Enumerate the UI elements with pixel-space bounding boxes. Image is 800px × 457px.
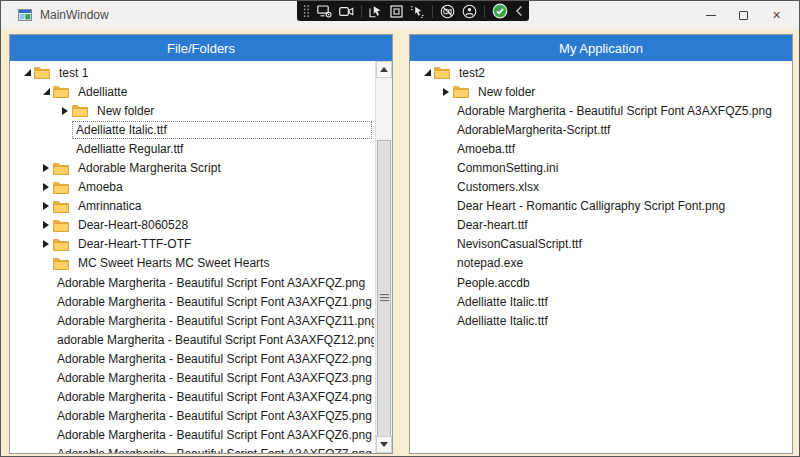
tree-item-label: Adorable Margherita Script [74, 159, 225, 177]
tree-item-file[interactable]: CommonSetting.ini [410, 158, 792, 177]
folder-icon [53, 85, 69, 98]
tree-item-label: Adorable Margherita - Beautiful Script F… [453, 102, 776, 120]
vertical-scrollbar[interactable] [375, 61, 392, 453]
tree-item-file[interactable]: Adorable Margherita - Beautiful Script F… [10, 292, 375, 311]
scrollbar-thumb[interactable] [377, 140, 391, 453]
confirm-icon[interactable] [492, 3, 508, 19]
tree-item-file[interactable]: Dear-heart.ttf [410, 216, 792, 235]
window-title: MainWindow [40, 8, 109, 22]
tree-item-file[interactable]: Adelliatte Italic.ttf [10, 120, 375, 139]
tree-item-folder[interactable]: New folder [410, 82, 792, 101]
cursor-capture-icon[interactable] [369, 5, 383, 18]
tree-item-file[interactable]: Adelliatte Italic.ttf [410, 311, 792, 330]
tree-item-file[interactable]: Adorable Margherita - Beautiful Script F… [10, 407, 375, 426]
tree-item-label: Adorable Margherita - Beautiful Script F… [53, 407, 375, 425]
tree-item-file[interactable]: Amoeba.ttf [410, 139, 792, 158]
tree-item-file[interactable]: Adelliatte Regular.ttf [10, 139, 375, 158]
tree-item-label: Adelliatte Italic.ttf [453, 293, 552, 311]
tree-item-label: People.accdb [453, 274, 534, 292]
tree-item-file[interactable]: Adorable Margherita - Beautiful Script F… [10, 369, 375, 388]
collapse-toggle-icon[interactable] [39, 88, 53, 95]
tree-item-label: Adorable Margherita - Beautiful Script F… [53, 274, 369, 292]
left-panel-header: File/Folders [10, 35, 392, 61]
cursor-effects-icon[interactable] [410, 5, 425, 18]
tree-item-folder[interactable]: New folder [10, 101, 375, 120]
folder-icon [434, 66, 450, 79]
tree-item-file[interactable]: adorable Margherita - Beautiful Script F… [10, 330, 375, 349]
scroll-up-button[interactable] [376, 61, 392, 78]
screen-settings-icon[interactable] [317, 5, 332, 18]
tree-item-folder[interactable]: MC Sweet Hearts MC Sweet Hearts [10, 254, 375, 273]
tree-item-file[interactable]: notepad.exe [410, 254, 792, 273]
tree-item-folder[interactable]: Amrinnatica [10, 197, 375, 216]
user-circle-icon[interactable] [462, 4, 477, 19]
tree-item-label: notepad.exe [453, 254, 527, 272]
toolbar-grip-icon[interactable] [303, 4, 310, 18]
window-content: File/Folders test 1AdelliatteNew folderA… [1, 29, 799, 456]
tree-item-file[interactable]: People.accdb [410, 273, 792, 292]
folder-icon [453, 85, 469, 98]
expand-toggle-icon[interactable] [39, 202, 53, 210]
tree-item-label: Dear-Heart-TTF-OTF [74, 235, 195, 253]
video-camera-icon[interactable] [339, 6, 354, 17]
tree-item-folder[interactable]: test 1 [10, 63, 375, 82]
close-button[interactable]: × [760, 1, 793, 29]
tree-item-file[interactable]: Adorable Margherita - Beautiful Script F… [10, 311, 375, 330]
tree-item-label: test 1 [55, 64, 92, 82]
folder-icon [53, 219, 69, 232]
tree-item-label: MC Sweet Hearts MC Sweet Hearts [74, 254, 273, 272]
expand-toggle-icon[interactable] [39, 240, 53, 248]
my-application-tree: test2New folderAdorable Margherita - Bea… [410, 61, 792, 453]
tree-item-file[interactable]: Customers.xlsx [410, 178, 792, 197]
tree-item-label: adorable Margherita - Beautiful Script F… [53, 331, 375, 349]
tree-item-file[interactable]: Adorable Margherita - Beautiful Script F… [10, 445, 375, 453]
tree-item-label: NevisonCasualScript.ttf [453, 235, 586, 253]
maximize-button[interactable] [727, 1, 760, 29]
expand-toggle-icon[interactable] [39, 164, 53, 172]
left-panel-body: test 1AdelliatteNew folderAdelliatte Ita… [10, 61, 392, 453]
webcam-off-icon[interactable] [440, 4, 455, 19]
tree-item-file[interactable]: Adorable Margherita - Beautiful Script F… [10, 426, 375, 445]
expand-toggle-icon[interactable] [39, 221, 53, 229]
tree-item-file[interactable]: Adelliatte Italic.ttf [410, 292, 792, 311]
folder-icon [53, 238, 69, 251]
tree-item-folder[interactable]: Dear-Heart-TTF-OTF [10, 235, 375, 254]
collapse-toggle-icon[interactable] [420, 69, 434, 76]
tree-item-label: Adorable Margherita - Beautiful Script F… [53, 293, 375, 311]
caption-buttons: × [694, 1, 793, 29]
tree-item-folder[interactable]: Adorable Margherita Script [10, 158, 375, 177]
tree-item-label: Customers.xlsx [453, 178, 543, 196]
collapse-toggle-icon[interactable] [20, 69, 34, 76]
tree-item-folder[interactable]: Amoeba [10, 178, 375, 197]
tree-item-label: Adorable Margherita - Beautiful Script F… [53, 388, 375, 406]
tree-item-label: test2 [455, 64, 489, 82]
tree-item-label: Adelliatte Italic.ttf [72, 121, 372, 139]
tree-item-folder[interactable]: Dear-Heart-8060528 [10, 216, 375, 235]
scroll-down-button[interactable] [376, 436, 392, 453]
minimize-button[interactable] [694, 1, 727, 29]
tree-item-file[interactable]: Adorable Margherita - Beautiful Script F… [410, 101, 792, 120]
region-capture-icon[interactable] [390, 5, 403, 18]
tree-item-label: New folder [93, 102, 158, 120]
folder-icon [53, 257, 69, 270]
expand-toggle-icon[interactable] [58, 107, 72, 115]
folder-icon [53, 200, 69, 213]
tree-item-file[interactable]: Dear Heart - Romantic Calligraphy Script… [410, 197, 792, 216]
tree-item-file[interactable]: AdorableMargherita-Script.ttf [410, 120, 792, 139]
tree-item-folder[interactable]: test2 [410, 63, 792, 82]
tree-item-file[interactable]: Adorable Margherita - Beautiful Script F… [10, 349, 375, 368]
expand-toggle-icon[interactable] [39, 183, 53, 191]
scroll-up-icon [380, 67, 388, 72]
tree-item-file[interactable]: Adorable Margherita - Beautiful Script F… [10, 273, 375, 292]
maximize-icon [739, 11, 748, 20]
toolbar-separator [361, 5, 362, 18]
tree-item-file[interactable]: Adorable Margherita - Beautiful Script F… [10, 388, 375, 407]
tree-item-folder[interactable]: Adelliatte [10, 82, 375, 101]
scrollbar-grip-icon [380, 294, 389, 303]
tree-item-label: Adorable Margherita - Beautiful Script F… [53, 312, 375, 330]
tree-item-file[interactable]: NevisonCasualScript.ttf [410, 235, 792, 254]
tree-item-label: Adelliatte Regular.ttf [72, 140, 187, 158]
collapse-chevron-icon[interactable] [515, 5, 523, 17]
expand-toggle-icon[interactable] [439, 88, 453, 96]
tree-item-label: New folder [474, 83, 539, 101]
